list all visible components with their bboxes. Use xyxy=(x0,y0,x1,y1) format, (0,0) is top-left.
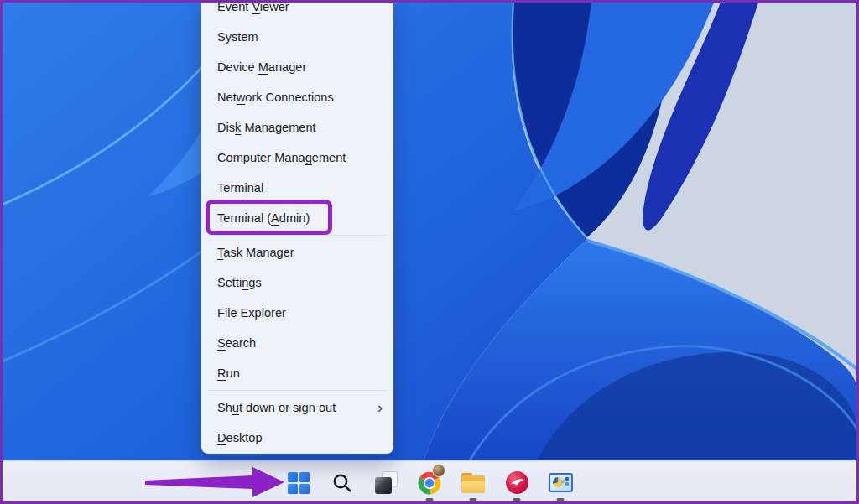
display-stats-app-button[interactable] xyxy=(542,463,579,503)
search-button[interactable] xyxy=(324,463,361,503)
running-indicator xyxy=(426,498,434,501)
running-indicator xyxy=(513,498,521,501)
desktop-wallpaper xyxy=(0,0,859,460)
task-view-icon xyxy=(375,471,398,494)
file-explorer-app-button[interactable] xyxy=(455,463,492,503)
winx-menu-list: Event Viewer System Device Manager Netwo… xyxy=(201,0,393,453)
menu-item-run[interactable]: Run xyxy=(201,358,393,388)
profile-avatar xyxy=(432,464,445,477)
running-indicator xyxy=(470,498,477,501)
winx-menu: Event Viewer System Device Manager Netwo… xyxy=(201,0,393,454)
chrome-app-button[interactable] xyxy=(411,463,448,503)
windows-logo-icon xyxy=(288,472,310,494)
monitor-pie-chart-icon xyxy=(549,473,573,492)
folder-icon xyxy=(461,473,485,493)
taskbar xyxy=(0,460,859,504)
red-circle-app-icon xyxy=(506,471,528,494)
menu-item-device-manager[interactable]: Device Manager xyxy=(201,52,393,82)
menu-item-terminal[interactable]: Terminal xyxy=(201,173,393,203)
submenu-chevron-icon: › xyxy=(377,392,383,423)
windows-11-desktop: Event Viewer System Device Manager Netwo… xyxy=(0,0,859,504)
menu-item-search[interactable]: Search xyxy=(201,328,393,358)
menu-item-desktop[interactable]: Desktop xyxy=(201,423,393,453)
running-indicator xyxy=(557,498,565,501)
menu-item-system[interactable]: System xyxy=(201,22,393,52)
menu-item-terminal-admin[interactable]: Terminal (Admin) xyxy=(201,203,393,233)
red-round-app-button[interactable] xyxy=(498,463,535,503)
start-button[interactable] xyxy=(280,463,317,503)
menu-item-task-manager[interactable]: Task Manager xyxy=(201,237,393,268)
menu-item-network-connections[interactable]: Network Connections xyxy=(201,82,393,112)
menu-item-disk-management[interactable]: Disk Management xyxy=(201,112,393,143)
menu-item-computer-management[interactable]: Computer Management xyxy=(201,143,393,173)
taskbar-icon-group xyxy=(280,463,579,503)
task-view-button[interactable] xyxy=(367,463,404,503)
menu-item-file-explorer[interactable]: File Explorer xyxy=(201,298,393,328)
search-icon xyxy=(331,472,353,494)
menu-item-shut-down-or-sign-out[interactable]: Shut down or sign out › xyxy=(201,392,393,423)
menu-item-event-viewer[interactable]: Event Viewer xyxy=(201,0,393,22)
menu-item-settings[interactable]: Settings xyxy=(201,268,393,298)
